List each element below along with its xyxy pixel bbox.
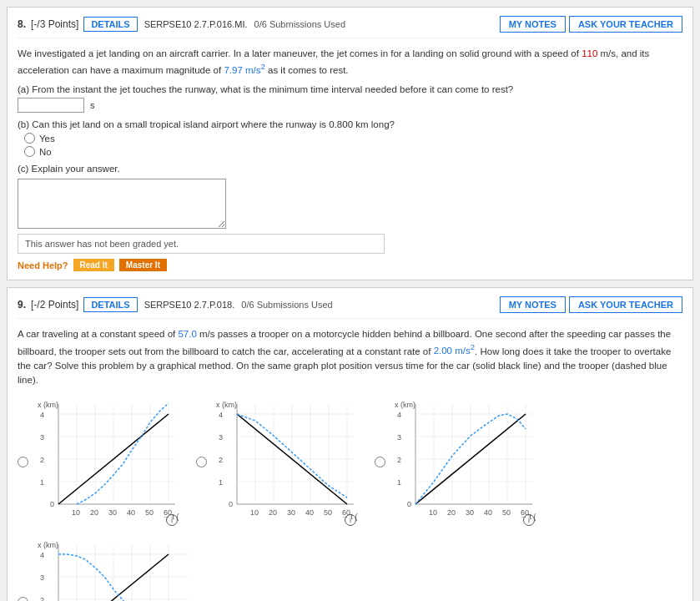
- q9-graph1-container: 0 10 20 30 40 50 60 → t (s) 1 2 3 4 x (k…: [18, 396, 179, 528]
- svg-text:x (km): x (km): [216, 401, 237, 409]
- svg-text:10: 10: [250, 508, 259, 517]
- q8-no-radio[interactable]: [24, 146, 35, 157]
- q8-part-a: (a) From the instant the jet touches the…: [18, 84, 682, 113]
- svg-text:4: 4: [40, 411, 44, 419]
- q9-submissions: 0/6 Submissions Used: [241, 300, 499, 310]
- q9-series: SERPSE10 2.7.P.018.: [144, 300, 235, 310]
- svg-text:x (km): x (km): [38, 541, 58, 549]
- svg-text:40: 40: [127, 508, 135, 517]
- svg-text:2: 2: [40, 456, 44, 464]
- q8-part-b: (b) Can this jet land on a small tropica…: [18, 119, 682, 157]
- q9-graph2-svg: 0 10 20 30 40 50 60 → t (s) 1 2 3 4 x (k…: [212, 396, 358, 525]
- q8-part-b-label: (b) Can this jet land on a small tropica…: [18, 119, 395, 129]
- svg-text:4: 4: [397, 411, 401, 419]
- svg-text:0: 0: [50, 500, 54, 508]
- q9-graph2-wrapper: 0 10 20 30 40 50 60 → t (s) 1 2 3 4 x (k…: [212, 396, 358, 528]
- svg-text:x (km): x (km): [395, 401, 415, 409]
- q9-ask-teacher-button[interactable]: ASK YOUR TEACHER: [569, 296, 682, 313]
- q9-number: 9.: [18, 299, 26, 311]
- svg-text:1: 1: [40, 478, 44, 487]
- q8-read-it-button[interactable]: Read It: [73, 259, 114, 271]
- q9-graph3-svg: 0 10 20 30 40 50 60 → t (s) 1 2 3 4 x (k…: [390, 396, 536, 525]
- svg-text:50: 50: [145, 508, 154, 517]
- q8-yes-radio[interactable]: [24, 133, 35, 144]
- q8-body-text1: We investigated a jet landing on an airc…: [18, 48, 582, 58]
- q8-answer-textarea[interactable]: [18, 179, 226, 229]
- q8-part-c: (c) Explain your answer.: [18, 164, 682, 229]
- q9-graphs-row2: 0 10 20 30 40 50 60 → t (s) 1 2 3 4 x (k…: [18, 536, 682, 601]
- q8-accel: 7.97 m/s2: [224, 65, 264, 75]
- svg-text:3: 3: [219, 433, 223, 442]
- q8-speed: 110: [582, 48, 597, 58]
- q9-graph3-container: 0 10 20 30 40 50 60 → t (s) 1 2 3 4 x (k…: [375, 396, 536, 528]
- q8-submissions: 0/6 Submissions Used: [254, 19, 500, 29]
- q8-graded-notice: This answer has not been graded yet.: [18, 234, 385, 254]
- q9-details-button[interactable]: DETAILS: [83, 297, 137, 312]
- q8-body-text3: as it comes to rest.: [265, 65, 349, 75]
- svg-text:x (km): x (km): [38, 401, 58, 409]
- q8-details-button[interactable]: DETAILS: [83, 17, 137, 32]
- q8-yes-option[interactable]: Yes: [24, 133, 682, 144]
- q9-graph4-wrapper: 0 10 20 30 40 50 60 → t (s) 1 2 3 4 x (k…: [33, 536, 196, 601]
- q9-graph4-svg: 0 10 20 30 40 50 60 → t (s) 1 2 3 4 x (k…: [33, 536, 196, 601]
- question-8-header: 8. [-/3 Points] DETAILS SERPSE10 2.7.P.0…: [18, 16, 682, 38]
- q9-graph3-wrapper: 0 10 20 30 40 50 60 → t (s) 1 2 3 4 x (k…: [390, 396, 536, 528]
- svg-text:20: 20: [90, 508, 98, 517]
- svg-text:3: 3: [40, 433, 44, 442]
- svg-text:20: 20: [269, 508, 277, 517]
- q9-graph1-svg: 0 10 20 30 40 50 60 → t (s) 1 2 3 4 x (k…: [33, 396, 179, 525]
- q8-body: We investigated a jet landing on an airc…: [18, 47, 682, 78]
- q8-master-it-button[interactable]: Master It: [119, 259, 167, 271]
- q9-graphs-row1: 0 10 20 30 40 50 60 → t (s) 1 2 3 4 x (k…: [18, 396, 682, 528]
- q9-points: [-/2 Points]: [31, 299, 78, 311]
- q8-part-a-label: (a) From the instant the jet touches the…: [18, 84, 513, 94]
- q8-part-c-label: (c) Explain your answer.: [18, 164, 120, 174]
- q8-series: SERPSE10 2.7.P.016.MI.: [144, 19, 248, 29]
- q8-part-b-options: Yes No: [24, 133, 682, 157]
- question-8-block: 8. [-/3 Points] DETAILS SERPSE10 2.7.P.0…: [7, 7, 693, 280]
- q8-ask-teacher-button[interactable]: ASK YOUR TEACHER: [569, 16, 682, 33]
- svg-text:3: 3: [40, 573, 44, 582]
- svg-text:3: 3: [397, 433, 401, 442]
- svg-text:40: 40: [484, 508, 492, 517]
- q8-need-help-label: Need Help?: [18, 260, 68, 270]
- q9-graph1-radio[interactable]: [18, 457, 28, 467]
- q8-part-a-input[interactable]: [18, 98, 84, 113]
- q8-header-buttons: MY NOTES ASK YOUR TEACHER: [500, 16, 682, 33]
- q9-graph2-radio[interactable]: [196, 457, 207, 467]
- q9-graph2-container: 0 10 20 30 40 50 60 → t (s) 1 2 3 4 x (k…: [196, 396, 358, 528]
- q9-body: A car traveling at a constant speed of 5…: [18, 327, 682, 387]
- svg-text:10: 10: [72, 508, 80, 517]
- svg-text:0: 0: [407, 500, 411, 508]
- svg-text:50: 50: [502, 508, 511, 517]
- svg-text:30: 30: [287, 508, 295, 517]
- q9-graph1-wrapper: 0 10 20 30 40 50 60 → t (s) 1 2 3 4 x (k…: [33, 396, 179, 528]
- q8-textarea-wrapper: [18, 179, 682, 229]
- svg-text:2: 2: [40, 596, 44, 601]
- q8-my-notes-button[interactable]: MY NOTES: [500, 16, 566, 33]
- q8-part-a-unit: s: [90, 100, 95, 110]
- q9-accel: 2.00 m/s2: [434, 346, 475, 356]
- svg-text:2: 2: [397, 456, 401, 464]
- svg-text:0: 0: [229, 500, 233, 508]
- q9-header-buttons: MY NOTES ASK YOUR TEACHER: [500, 296, 682, 313]
- q8-no-label: No: [39, 147, 52, 157]
- q9-graph4-radio[interactable]: [18, 597, 28, 601]
- svg-text:50: 50: [324, 508, 332, 517]
- q8-no-option[interactable]: No: [24, 146, 682, 157]
- svg-text:30: 30: [466, 508, 474, 517]
- svg-text:1: 1: [397, 478, 401, 487]
- q9-speed: 57.0: [178, 329, 196, 339]
- svg-text:4: 4: [40, 551, 44, 559]
- q8-points: [-/3 Points]: [31, 18, 78, 30]
- svg-text:30: 30: [108, 508, 117, 517]
- svg-text:20: 20: [447, 508, 456, 517]
- q9-body-text1: A car traveling at a constant speed of: [18, 329, 178, 339]
- q9-my-notes-button[interactable]: MY NOTES: [500, 296, 566, 313]
- svg-text:40: 40: [305, 508, 314, 517]
- q8-yes-label: Yes: [39, 134, 55, 144]
- q8-need-help: Need Help? Read It Master It: [18, 259, 682, 271]
- q9-graph3-radio[interactable]: [375, 457, 385, 467]
- question-9-block: 9. [-/2 Points] DETAILS SERPSE10 2.7.P.0…: [7, 287, 693, 601]
- svg-text:4: 4: [219, 411, 223, 419]
